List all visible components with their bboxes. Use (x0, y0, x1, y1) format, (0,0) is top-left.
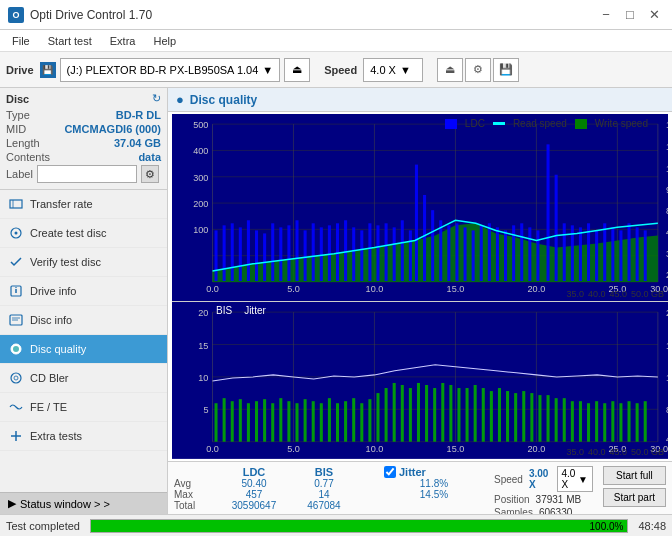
svg-rect-74 (555, 175, 558, 281)
stats-total-ldc: 30590647 (214, 500, 294, 511)
position-val: 37931 MB (536, 494, 582, 505)
create-test-disc-icon (8, 225, 24, 241)
disc-label-key: Label (6, 168, 33, 180)
svg-rect-65 (480, 225, 483, 281)
menu-file[interactable]: File (4, 33, 38, 49)
toolbar-icon-3[interactable]: 💾 (493, 58, 519, 82)
svg-text:16%: 16% (666, 341, 668, 351)
disc-label-input[interactable] (37, 165, 137, 183)
sidebar-item-label: Disc info (30, 314, 72, 326)
svg-rect-124 (255, 401, 258, 441)
svg-text:8X: 8X (666, 206, 668, 216)
toolbar-icon-1[interactable]: ⏏ (437, 58, 463, 82)
svg-rect-51 (368, 223, 371, 281)
sidebar-item-cd-bler[interactable]: CD Bler (0, 364, 167, 393)
drive-eject-button[interactable]: ⏏ (284, 58, 310, 82)
svg-rect-120 (223, 398, 226, 442)
sidebar-item-extra-tests[interactable]: Extra tests (0, 422, 167, 451)
svg-rect-63 (464, 227, 467, 281)
sidebar-nav: Transfer rate Create test disc Verify te… (0, 190, 167, 492)
stats-row-avg: Avg 50.40 0.77 (174, 478, 374, 489)
svg-rect-121 (231, 401, 234, 441)
minimize-button[interactable]: − (596, 5, 616, 25)
disc-type-key: Type (6, 109, 30, 121)
svg-rect-151 (474, 385, 477, 442)
sidebar-item-create-test-disc[interactable]: Create test disc (0, 219, 167, 248)
disc-type-val: BD-R DL (116, 109, 161, 121)
stats-col-bis: BIS (294, 466, 354, 478)
start-full-button[interactable]: Start full (603, 466, 666, 485)
samples-row: Samples 606330 (494, 507, 593, 514)
position-row: Position 37931 MB (494, 494, 593, 505)
disc-quality-header: ● Disc quality (168, 88, 672, 112)
chart1-xaxis-right: 35.0 40.0 45.0 50.0 GB (566, 289, 664, 299)
disc-quality-icon (8, 341, 24, 357)
svg-point-13 (14, 376, 18, 380)
disc-contents-row: Contents data (6, 151, 161, 163)
sidebar-item-drive-info[interactable]: Drive info (0, 277, 167, 306)
start-part-button[interactable]: Start part (603, 488, 666, 507)
svg-text:3X: 3X (666, 249, 668, 259)
drive-select-chevron: ▼ (262, 64, 273, 76)
svg-rect-119 (215, 403, 218, 441)
stats-avg-bis: 0.77 (294, 478, 354, 489)
disc-section-header: Disc ↻ (6, 92, 161, 105)
svg-rect-143 (409, 388, 412, 442)
svg-rect-132 (320, 403, 323, 441)
drive-select-box[interactable]: (J:) PLEXTOR BD-R PX-LB950SA 1.04 ▼ (60, 58, 281, 82)
svg-rect-83 (628, 223, 631, 281)
menu-start-test[interactable]: Start test (40, 33, 100, 49)
chart2-container: 20 15 10 5 0.0 5.0 10.0 15.0 20.0 25.0 3… (172, 302, 668, 459)
sidebar-item-verify-test-disc[interactable]: Verify test disc (0, 248, 167, 277)
jitter-label: Jitter (244, 305, 266, 316)
status-window-bar[interactable]: ▶ Status window > > (0, 492, 167, 514)
svg-text:15.0: 15.0 (447, 284, 465, 294)
chart1-legend: LDC Read speed Write speed (445, 118, 648, 129)
svg-rect-172 (644, 401, 647, 441)
svg-rect-142 (401, 385, 404, 442)
svg-rect-138 (368, 399, 371, 442)
sidebar-item-transfer-rate[interactable]: Transfer rate (0, 190, 167, 219)
svg-rect-146 (433, 388, 436, 442)
svg-rect-57 (415, 165, 418, 281)
disc-length-key: Length (6, 137, 40, 149)
menu-help[interactable]: Help (145, 33, 184, 49)
sidebar-item-disc-quality[interactable]: Disc quality (0, 335, 167, 364)
sidebar-item-label: CD Bler (30, 372, 69, 384)
disc-label-icon[interactable]: ⚙ (141, 165, 159, 183)
jitter-checkbox[interactable] (384, 466, 396, 478)
toolbar-icon-2[interactable]: ⚙ (465, 58, 491, 82)
app-icon: O (8, 7, 24, 23)
titlebar: O Opti Drive Control 1.70 − □ ✕ (0, 0, 672, 30)
svg-rect-72 (536, 230, 539, 281)
menu-extra[interactable]: Extra (102, 33, 144, 49)
action-buttons: Start full Start part (603, 466, 666, 507)
svg-text:0.0: 0.0 (206, 444, 219, 454)
sidebar-item-label: Extra tests (30, 430, 82, 442)
svg-point-3 (15, 232, 18, 235)
sidebar-item-fe-te[interactable]: FE / TE (0, 393, 167, 422)
status-text: Test completed (6, 520, 80, 532)
svg-rect-55 (401, 220, 404, 281)
drive-select-value: (J:) PLEXTOR BD-R PX-LB950SA 1.04 (67, 64, 259, 76)
svg-rect-35 (239, 227, 242, 281)
main-layout: Disc ↻ Type BD-R DL MID CMCMAGDI6 (000) … (0, 88, 672, 514)
maximize-button[interactable]: □ (620, 5, 640, 25)
titlebar-controls: − □ ✕ (596, 5, 664, 25)
sidebar-item-label: Disc quality (30, 343, 86, 355)
sidebar-item-label: Drive info (30, 285, 76, 297)
svg-rect-61 (447, 225, 450, 281)
svg-rect-163 (571, 401, 574, 441)
svg-rect-161 (555, 398, 558, 442)
stats-avg-label: Avg (174, 478, 214, 489)
verify-test-disc-icon (8, 254, 24, 270)
sidebar-item-disc-info[interactable]: Disc info (0, 306, 167, 335)
speed-select-box[interactable]: 4.0 X ▼ (363, 58, 423, 82)
speed-select-small[interactable]: 4.0 X ▼ (557, 466, 593, 492)
disc-refresh-icon[interactable]: ↻ (152, 92, 161, 105)
svg-rect-58 (423, 195, 426, 281)
close-button[interactable]: ✕ (644, 5, 664, 25)
stats-header-row: LDC BIS (174, 466, 374, 478)
speed-row: Speed 3.00 X 4.0 X ▼ (494, 466, 593, 492)
transfer-rate-icon (8, 196, 24, 212)
